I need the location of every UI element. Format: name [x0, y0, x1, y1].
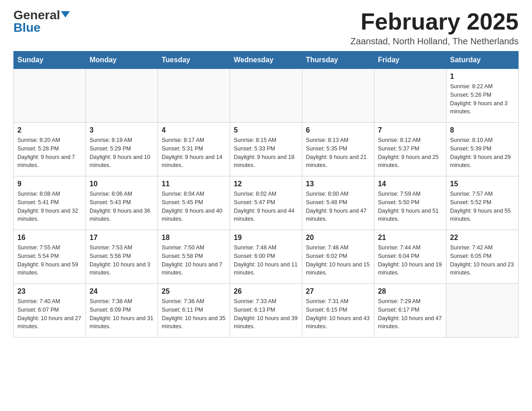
calendar-cell — [158, 69, 230, 123]
calendar-cell — [374, 69, 446, 123]
calendar-cell — [446, 284, 519, 338]
calendar-cell: 17Sunrise: 7:53 AMSunset: 5:56 PMDayligh… — [86, 230, 158, 284]
logo-blue-text: Blue — [13, 21, 41, 34]
day-info: Sunrise: 7:36 AMSunset: 6:11 PMDaylight:… — [162, 297, 226, 331]
day-number: 20 — [306, 234, 370, 242]
weekday-header-wednesday: Wednesday — [230, 51, 302, 69]
day-info: Sunrise: 7:48 AMSunset: 6:00 PMDaylight:… — [234, 244, 298, 277]
weekday-header-row: SundayMondayTuesdayWednesdayThursdayFrid… — [14, 51, 519, 69]
calendar-cell: 18Sunrise: 7:50 AMSunset: 5:58 PMDayligh… — [158, 230, 230, 284]
day-number: 24 — [90, 287, 154, 295]
calendar-cell: 5Sunrise: 8:15 AMSunset: 5:33 PMDaylight… — [230, 123, 302, 176]
calendar-cell: 22Sunrise: 7:42 AMSunset: 6:05 PMDayligh… — [446, 230, 519, 284]
weekday-header-sunday: Sunday — [14, 51, 86, 69]
calendar-cell: 9Sunrise: 8:08 AMSunset: 5:41 PMDaylight… — [14, 176, 86, 230]
calendar-cell: 26Sunrise: 7:33 AMSunset: 6:13 PMDayligh… — [230, 284, 302, 338]
day-info: Sunrise: 8:13 AMSunset: 5:35 PMDaylight:… — [306, 136, 370, 170]
calendar-cell: 11Sunrise: 8:04 AMSunset: 5:45 PMDayligh… — [158, 176, 230, 230]
week-row-4: 16Sunrise: 7:55 AMSunset: 5:54 PMDayligh… — [14, 230, 519, 284]
day-info: Sunrise: 8:00 AMSunset: 5:48 PMDaylight:… — [306, 190, 370, 223]
week-row-1: 1Sunrise: 8:22 AMSunset: 5:26 PMDaylight… — [14, 69, 519, 123]
day-number: 13 — [306, 180, 370, 188]
calendar-cell: 20Sunrise: 7:46 AMSunset: 6:02 PMDayligh… — [302, 230, 374, 284]
calendar-cell: 19Sunrise: 7:48 AMSunset: 6:00 PMDayligh… — [230, 230, 302, 284]
location-subtitle: Zaanstad, North Holland, The Netherlands — [351, 36, 519, 47]
day-info: Sunrise: 8:22 AMSunset: 5:26 PMDaylight:… — [450, 82, 515, 116]
calendar-cell: 8Sunrise: 8:10 AMSunset: 5:39 PMDaylight… — [446, 123, 519, 176]
day-info: Sunrise: 7:31 AMSunset: 6:15 PMDaylight:… — [306, 297, 370, 331]
day-number: 9 — [17, 180, 82, 188]
day-info: Sunrise: 7:29 AMSunset: 6:17 PMDaylight:… — [378, 297, 442, 331]
calendar-table: SundayMondayTuesdayWednesdayThursdayFrid… — [13, 51, 519, 338]
day-info: Sunrise: 8:02 AMSunset: 5:47 PMDaylight:… — [234, 190, 298, 223]
day-info: Sunrise: 8:12 AMSunset: 5:37 PMDaylight:… — [378, 136, 442, 170]
logo-triangle-icon — [61, 11, 70, 17]
calendar-cell: 23Sunrise: 7:40 AMSunset: 6:07 PMDayligh… — [14, 284, 86, 338]
day-info: Sunrise: 7:55 AMSunset: 5:54 PMDaylight:… — [17, 244, 82, 277]
calendar-cell — [14, 69, 86, 123]
calendar-cell: 15Sunrise: 7:57 AMSunset: 5:52 PMDayligh… — [446, 176, 519, 230]
day-info: Sunrise: 7:33 AMSunset: 6:13 PMDaylight:… — [234, 297, 298, 331]
calendar-cell: 16Sunrise: 7:55 AMSunset: 5:54 PMDayligh… — [14, 230, 86, 284]
logo: General Blue — [13, 9, 70, 34]
day-info: Sunrise: 8:15 AMSunset: 5:33 PMDaylight:… — [234, 136, 298, 170]
day-number: 11 — [162, 180, 226, 188]
week-row-2: 2Sunrise: 8:20 AMSunset: 5:28 PMDaylight… — [14, 123, 519, 176]
month-title: February 2025 — [351, 9, 519, 34]
weekday-header-friday: Friday — [374, 51, 446, 69]
weekday-header-monday: Monday — [86, 51, 158, 69]
day-number: 18 — [162, 234, 226, 242]
day-info: Sunrise: 8:08 AMSunset: 5:41 PMDaylight:… — [17, 190, 82, 223]
page-header: General Blue February 2025 Zaanstad, Nor… — [13, 9, 519, 47]
week-row-3: 9Sunrise: 8:08 AMSunset: 5:41 PMDaylight… — [14, 176, 519, 230]
weekday-header-thursday: Thursday — [302, 51, 374, 69]
day-number: 22 — [450, 234, 515, 242]
calendar-cell: 1Sunrise: 8:22 AMSunset: 5:26 PMDaylight… — [446, 69, 519, 123]
day-info: Sunrise: 8:10 AMSunset: 5:39 PMDaylight:… — [450, 136, 515, 170]
day-number: 16 — [17, 234, 82, 242]
day-number: 10 — [90, 180, 154, 188]
calendar-cell: 24Sunrise: 7:38 AMSunset: 6:09 PMDayligh… — [86, 284, 158, 338]
day-number: 27 — [306, 287, 370, 295]
day-info: Sunrise: 7:53 AMSunset: 5:56 PMDaylight:… — [90, 244, 154, 277]
calendar-cell: 25Sunrise: 7:36 AMSunset: 6:11 PMDayligh… — [158, 284, 230, 338]
day-info: Sunrise: 7:40 AMSunset: 6:07 PMDaylight:… — [17, 297, 82, 331]
calendar-cell: 2Sunrise: 8:20 AMSunset: 5:28 PMDaylight… — [14, 123, 86, 176]
day-info: Sunrise: 7:44 AMSunset: 6:04 PMDaylight:… — [378, 244, 442, 277]
day-number: 12 — [234, 180, 298, 188]
day-number: 2 — [17, 126, 82, 134]
calendar-cell: 12Sunrise: 8:02 AMSunset: 5:47 PMDayligh… — [230, 176, 302, 230]
day-number: 3 — [90, 126, 154, 134]
calendar-cell — [230, 69, 302, 123]
calendar-cell: 28Sunrise: 7:29 AMSunset: 6:17 PMDayligh… — [374, 284, 446, 338]
day-number: 26 — [234, 287, 298, 295]
day-number: 7 — [378, 126, 442, 134]
day-number: 28 — [378, 287, 442, 295]
day-info: Sunrise: 7:42 AMSunset: 6:05 PMDaylight:… — [450, 244, 515, 277]
day-number: 1 — [450, 73, 515, 81]
calendar-cell — [302, 69, 374, 123]
day-info: Sunrise: 7:38 AMSunset: 6:09 PMDaylight:… — [90, 297, 154, 331]
calendar-cell: 6Sunrise: 8:13 AMSunset: 5:35 PMDaylight… — [302, 123, 374, 176]
day-number: 19 — [234, 234, 298, 242]
day-info: Sunrise: 7:57 AMSunset: 5:52 PMDaylight:… — [450, 190, 515, 223]
day-number: 25 — [162, 287, 226, 295]
calendar-cell — [86, 69, 158, 123]
calendar-cell: 3Sunrise: 8:19 AMSunset: 5:29 PMDaylight… — [86, 123, 158, 176]
day-info: Sunrise: 7:46 AMSunset: 6:02 PMDaylight:… — [306, 244, 370, 277]
day-info: Sunrise: 8:04 AMSunset: 5:45 PMDaylight:… — [162, 190, 226, 223]
day-info: Sunrise: 8:06 AMSunset: 5:43 PMDaylight:… — [90, 190, 154, 223]
weekday-header-saturday: Saturday — [446, 51, 519, 69]
day-number: 5 — [234, 126, 298, 134]
week-row-5: 23Sunrise: 7:40 AMSunset: 6:07 PMDayligh… — [14, 284, 519, 338]
day-info: Sunrise: 8:19 AMSunset: 5:29 PMDaylight:… — [90, 136, 154, 170]
calendar-cell: 7Sunrise: 8:12 AMSunset: 5:37 PMDaylight… — [374, 123, 446, 176]
day-number: 15 — [450, 180, 515, 188]
day-info: Sunrise: 7:50 AMSunset: 5:58 PMDaylight:… — [162, 244, 226, 277]
calendar-cell: 14Sunrise: 7:59 AMSunset: 5:50 PMDayligh… — [374, 176, 446, 230]
day-number: 14 — [378, 180, 442, 188]
calendar-cell: 4Sunrise: 8:17 AMSunset: 5:31 PMDaylight… — [158, 123, 230, 176]
calendar-body: 1Sunrise: 8:22 AMSunset: 5:26 PMDaylight… — [14, 69, 519, 338]
calendar-header: SundayMondayTuesdayWednesdayThursdayFrid… — [14, 51, 519, 69]
calendar-cell: 21Sunrise: 7:44 AMSunset: 6:04 PMDayligh… — [374, 230, 446, 284]
